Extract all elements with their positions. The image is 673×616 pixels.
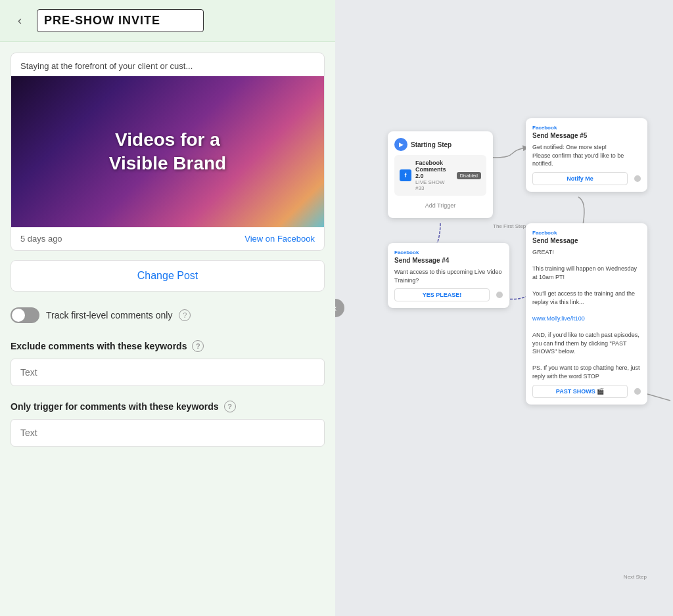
post-age: 5 days ago: [20, 234, 62, 244]
post-image-text: Videos for a Visible Brand: [96, 128, 239, 176]
msglast-body: GREAT! This training will happen on Wedn…: [532, 248, 641, 381]
toggle-help-icon[interactable]: ?: [179, 309, 191, 321]
msg5-platform: Facebook: [532, 125, 641, 131]
right-panel: ‹ ▶ Starting Step: [335, 0, 673, 616]
msg4-header: Facebook Send Message #4: [394, 250, 503, 264]
header: ‹: [0, 0, 335, 42]
back-button[interactable]: ‹: [11, 12, 29, 30]
msg4-connector: [496, 292, 503, 298]
toggle-switch[interactable]: [11, 307, 39, 323]
post-card: Staying at the forefront of your client …: [11, 53, 325, 251]
message-5-node[interactable]: Facebook Send Message #5 Get notified: O…: [526, 118, 647, 192]
panel-content: Staying at the forefront of your client …: [0, 42, 335, 616]
msg4-button[interactable]: YES PLEASE!: [394, 288, 490, 301]
first-step-label: The First Step: [493, 223, 526, 229]
title-input[interactable]: [37, 9, 204, 32]
msg5-title: Send Message #5: [532, 132, 641, 139]
msg4-body: Want access to this upcoming Live Video …: [394, 268, 503, 284]
msglast-button[interactable]: PAST SHOWS 🎬: [532, 385, 628, 398]
trigger-section-label: Only trigger for comments with these key…: [11, 401, 325, 412]
msg5-connector: [634, 175, 641, 182]
change-post-button[interactable]: Change Post: [11, 260, 325, 292]
msg5-body: Get notified: One more step!Please confi…: [532, 143, 641, 168]
msg5-button[interactable]: Notify Me: [532, 172, 628, 185]
msglast-platform: Facebook: [532, 230, 641, 236]
trigger-keywords-input[interactable]: [11, 419, 325, 447]
trigger-help-icon[interactable]: ?: [224, 401, 236, 412]
starting-step-node[interactable]: ▶ Starting Step f Facebook Comments 2.0 …: [388, 131, 493, 218]
flow-canvas: ▶ Starting Step f Facebook Comments 2.0 …: [335, 0, 673, 616]
msglast-header: Facebook Send Message: [532, 230, 641, 244]
fb-trigger-info: Facebook Comments 2.0 LIVE SHOW #33: [415, 160, 453, 191]
fb-trigger-sub: LIVE SHOW #33: [415, 179, 453, 191]
add-trigger-button[interactable]: Add Trigger: [394, 200, 486, 211]
msg4-title: Send Message #4: [394, 257, 503, 264]
msg5-header: Facebook Send Message #5: [532, 125, 641, 139]
msglast-link: www.Molly.live/lt100: [532, 315, 585, 322]
post-image: Videos for a Visible Brand: [11, 76, 324, 227]
msg4-platform: Facebook: [394, 250, 503, 255]
next-step-label: Next Step: [624, 574, 647, 580]
starting-step-icon: ▶: [394, 138, 407, 151]
message-last-node[interactable]: Facebook Send Message GREAT! This traini…: [526, 223, 647, 405]
starting-step-header: ▶ Starting Step: [394, 138, 486, 151]
left-panel: ‹ Staying at the forefront of your clien…: [0, 0, 335, 616]
view-facebook-link[interactable]: View on Facebook: [244, 234, 315, 244]
exclude-section-label: Exclude comments with these keywords ?: [11, 340, 325, 352]
fb-trigger-card[interactable]: f Facebook Comments 2.0 LIVE SHOW #33 Di…: [394, 155, 486, 196]
message-4-node[interactable]: Facebook Send Message #4 Want access to …: [388, 243, 509, 308]
toggle-row: Track first-level comments only ?: [11, 305, 325, 326]
post-description: Staying at the forefront of your client …: [11, 53, 324, 76]
exclude-help-icon[interactable]: ?: [192, 340, 204, 352]
facebook-icon: f: [400, 169, 411, 181]
exclude-keywords-input[interactable]: [11, 359, 325, 386]
toggle-label: Track first-level comments only: [46, 310, 172, 320]
fb-trigger-title: Facebook Comments 2.0: [415, 160, 453, 179]
post-footer: 5 days ago View on Facebook: [11, 227, 324, 250]
starting-step-title: Starting Step: [411, 141, 452, 148]
msglast-title: Send Message: [532, 237, 641, 244]
msglast-connector: [634, 388, 641, 395]
disabled-badge: Disabled: [457, 172, 481, 179]
